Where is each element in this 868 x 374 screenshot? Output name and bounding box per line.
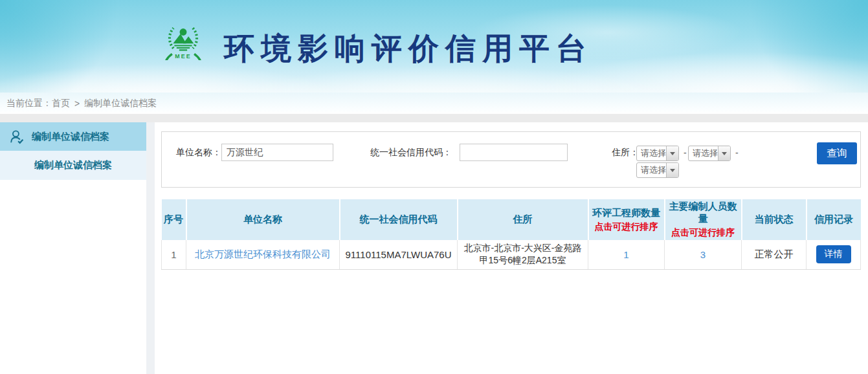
dash-separator: - (684, 148, 687, 158)
main-content: 单位名称： 统一社会信用代码： 住所： 请选择 - 请选择 - 请选择 (155, 122, 868, 374)
district-select-value: 请选择 (637, 163, 666, 177)
sort-hint[interactable]: 点击可进行排序 (665, 227, 741, 239)
address-label: 住所： (612, 147, 639, 159)
credit-code-input[interactable] (460, 144, 568, 161)
district-select[interactable]: 请选择 (636, 162, 679, 178)
page: MEE 环境影响评价信用平台 当前位置： 首页 > 编制单位诚信档案 编制单位诚… (0, 0, 868, 374)
header-status: 当前状态 (742, 199, 807, 240)
breadcrumb-home-link[interactable]: 首页 (52, 98, 70, 109)
sort-hint[interactable]: 点击可进行排序 (589, 221, 664, 233)
detail-button[interactable]: 详情 (816, 245, 851, 263)
sidebar-gutter (146, 122, 155, 374)
cell-credit-record: 详情 (807, 240, 861, 269)
city-select[interactable]: 请选择 (688, 146, 731, 161)
chevron-down-icon[interactable] (666, 163, 678, 177)
header-credit-record: 信用记录 (807, 199, 861, 240)
unit-name-label: 单位名称： (176, 147, 221, 159)
province-select-value: 请选择 (637, 146, 666, 160)
user-check-icon (8, 129, 25, 145)
province-select[interactable]: 请选择 (636, 146, 679, 161)
cell-index: 1 (162, 240, 186, 269)
logo-text: MEE (175, 53, 191, 60)
table-header-row: 序号 单位名称 统一社会信用代码 住所 环评工程师数量 点击可进行排序 主要编制… (162, 199, 861, 240)
sidebar-subitem-credit-archive[interactable]: 编制单位诚信档案 (0, 151, 146, 180)
header-engineer-count-sort[interactable]: 环评工程师数量 点击可进行排序 (588, 199, 665, 240)
engineer-count-link[interactable]: 1 (623, 249, 629, 260)
header-index: 序号 (162, 199, 186, 240)
credit-code-label: 统一社会信用代码： (370, 147, 452, 159)
site-banner: MEE 环境影响评价信用平台 (0, 0, 868, 93)
query-button[interactable]: 查询 (817, 142, 857, 164)
header-credit-code: 统一社会信用代码 (340, 199, 458, 240)
sidebar-item-label: 编制单位诚信档案 (32, 131, 109, 143)
sidebar-subitem-label: 编制单位诚信档案 (34, 159, 112, 171)
chevron-down-icon[interactable] (718, 146, 730, 160)
sidebar-item-credit-archive[interactable]: 编制单位诚信档案 (0, 122, 146, 151)
breadcrumb: 当前位置： 首页 > 编制单位诚信档案 (0, 93, 868, 114)
unit-name-input[interactable] (221, 144, 333, 161)
cell-credit-code: 91110115MA7LWUA76U (340, 240, 458, 269)
results-table: 序号 单位名称 统一社会信用代码 住所 环评工程师数量 点击可进行排序 主要编制… (161, 199, 861, 270)
staff-count-link[interactable]: 3 (700, 249, 706, 260)
breadcrumb-current: 编制单位诚信档案 (84, 98, 157, 109)
breadcrumb-separator: > (74, 98, 80, 109)
cell-engineer-count: 1 (588, 240, 665, 269)
site-title: 环境影响评价信用平台 (224, 28, 593, 69)
divider-strip (0, 114, 868, 122)
header-staff-count-sort[interactable]: 主要编制人员数量 点击可进行排序 (665, 199, 742, 240)
chevron-down-icon[interactable] (666, 146, 678, 160)
city-select-value: 请选择 (689, 146, 718, 160)
header-address: 住所 (458, 199, 588, 240)
dash-separator: - (735, 148, 739, 158)
cell-unit-name: 北京万源世纪环保科技有限公司 (186, 240, 340, 269)
sidebar: 编制单位诚信档案 编制单位诚信档案 (0, 122, 146, 374)
cell-address: 北京市-北京市-大兴区-金苑路甲15号6幢2层A215室 (458, 240, 588, 269)
table-row: 1 北京万源世纪环保科技有限公司 91110115MA7LWUA76U 北京市-… (162, 240, 861, 269)
cell-status: 正常公开 (742, 240, 807, 269)
mee-logo-icon: MEE (161, 16, 205, 60)
header-unit-name: 单位名称 (186, 199, 340, 240)
company-link[interactable]: 北京万源世纪环保科技有限公司 (195, 248, 331, 259)
search-panel: 单位名称： 统一社会信用代码： 住所： 请选择 - 请选择 - 请选择 (161, 131, 861, 188)
cell-staff-count: 3 (665, 240, 742, 269)
breadcrumb-prefix: 当前位置： (6, 98, 52, 109)
